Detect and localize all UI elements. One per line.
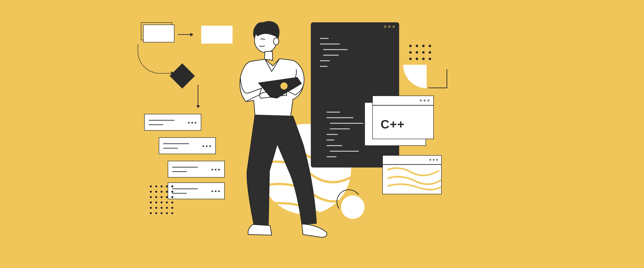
- cpp-window: C++: [372, 96, 434, 139]
- window-controls-icon: [384, 26, 395, 28]
- quarter-circle-shape: [403, 65, 427, 88]
- cpp-label: C++: [380, 117, 405, 131]
- flowchart-box-1: [143, 24, 174, 42]
- svg-point-2: [280, 82, 288, 90]
- flowchart-arrow-down: [196, 85, 200, 108]
- pattern-window: [382, 155, 442, 194]
- flowchart-arrow-right: [178, 32, 196, 37]
- dot-grid-decoration-right: [409, 45, 431, 60]
- list-card-1: [144, 114, 201, 131]
- dot-grid-decoration-left: [150, 185, 174, 214]
- flowchart-dashed-arrow: [138, 45, 171, 74]
- window-controls-icon: [420, 100, 429, 101]
- window-controls-icon: [430, 159, 438, 161]
- flowchart-decision-diamond: [170, 63, 195, 88]
- developer-illustration: C++: [0, 0, 644, 268]
- corner-angle-shape: [428, 69, 447, 88]
- svg-point-1: [274, 38, 279, 45]
- developer-person-icon: [215, 19, 340, 242]
- list-card-2: [159, 137, 216, 154]
